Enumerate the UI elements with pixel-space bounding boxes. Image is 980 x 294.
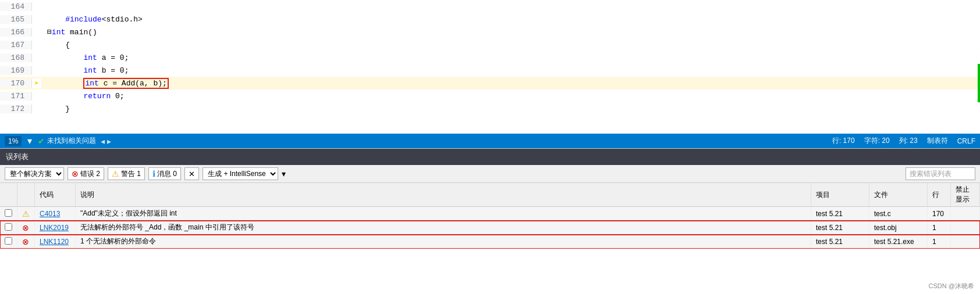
- row-type-icon: ⊗: [17, 235, 35, 249]
- line-content[interactable]: int c = Add(a, b);: [41, 79, 980, 88]
- line-info: 行: 170: [832, 136, 855, 146]
- nav-arrows[interactable]: ◂ ▸: [101, 137, 111, 146]
- col-project-header: 项目: [811, 183, 869, 207]
- line-content[interactable]: int b = 0;: [41, 66, 980, 75]
- line-number: 166: [0, 28, 32, 37]
- line-number: 169: [0, 66, 32, 75]
- error-count-button[interactable]: ⊗ 错误 2: [68, 167, 104, 180]
- code-line: 172 }: [0, 102, 980, 115]
- error-project: test 5.21: [811, 235, 869, 249]
- line-number: 165: [0, 15, 32, 24]
- code-line: 170➤ int c = Add(a, b);: [0, 77, 980, 89]
- error-code[interactable]: C4013: [35, 207, 76, 221]
- code-line: 166⊟int main(): [0, 26, 980, 38]
- zoom-level[interactable]: 1%: [5, 136, 22, 146]
- row-type-icon: ⊗: [17, 221, 35, 235]
- error-file: test.obj: [869, 221, 928, 235]
- info-icon: ℹ: [152, 169, 155, 178]
- warning-icon: ⚠: [22, 209, 30, 218]
- info-count-label: 消息 0: [157, 169, 177, 179]
- line-ending: CRLF: [957, 137, 975, 145]
- error-count-label: 错误 2: [80, 169, 100, 179]
- line-content[interactable]: return 0;: [41, 92, 980, 101]
- col-code-header: 代码: [35, 183, 76, 207]
- error-line: 170: [928, 207, 951, 221]
- code-line: 164: [0, 0, 980, 13]
- warning-count-label: 警告 1: [121, 169, 141, 179]
- line-indicator: ➤: [32, 78, 41, 88]
- warning-count-button[interactable]: ⚠ 警告 1: [108, 167, 145, 180]
- error-icon: ⊗: [22, 223, 29, 232]
- table-row[interactable]: ⊗LNK2019无法解析的外部符号 _Add，函数 _main 中引用了该符号t…: [0, 221, 980, 235]
- table-row[interactable]: ⊗LNK11201 个无法解析的外部命令test 5.21test 5.21.e…: [0, 235, 980, 249]
- filter-button[interactable]: ✕: [184, 167, 199, 180]
- error-description: "Add"未定义；假设外部返回 int: [76, 207, 811, 221]
- filter-icon: ✕: [189, 170, 195, 178]
- line-content[interactable]: }: [41, 105, 980, 113]
- error-toolbar: 整个解决方案 ⊗ 错误 2 ⚠ 警告 1 ℹ 消息 0 ✕ 生成 + Intel…: [0, 165, 980, 183]
- error-suppress: [951, 221, 980, 235]
- code-line: 168 int a = 0;: [0, 51, 980, 64]
- line-content[interactable]: ⊟int main(): [41, 27, 980, 37]
- col-check-header: [0, 183, 17, 207]
- table-row[interactable]: ⚠C4013"Add"未定义；假设外部返回 inttest 5.21test.c…: [0, 207, 980, 221]
- build-dropdown-arrow[interactable]: ▾: [282, 169, 286, 178]
- col-file-header: 文件: [869, 183, 928, 207]
- line-content[interactable]: int a = 0;: [41, 53, 980, 62]
- code-line: 167 {: [0, 38, 980, 51]
- error-panel: 误列表 整个解决方案 ⊗ 错误 2 ⚠ 警告 1 ℹ 消息 0 ✕ 生成 + I…: [0, 148, 980, 249]
- row-type-icon: ⚠: [17, 207, 35, 221]
- error-line: 1: [928, 235, 951, 249]
- code-line: 169 int b = 0;: [0, 64, 980, 77]
- error-icon: ⊗: [22, 237, 29, 246]
- line-number: 170: [0, 79, 32, 88]
- warning-icon: ⚠: [112, 169, 119, 178]
- char-info: 字符: 20: [864, 136, 890, 146]
- line-content[interactable]: #include<stdio.h>: [41, 15, 980, 24]
- code-editor: 164165 #include<stdio.h>166⊟int main()16…: [0, 0, 980, 134]
- error-line: 1: [928, 221, 951, 235]
- build-select[interactable]: 生成 + IntelliSense: [203, 167, 278, 180]
- col-suppress-header: 禁止显示: [951, 183, 980, 207]
- error-panel-header: 误列表: [0, 149, 980, 165]
- row-checkbox[interactable]: [0, 207, 17, 221]
- col-icon-header: [17, 183, 35, 207]
- error-file: test 5.21.exe: [869, 235, 928, 249]
- error-panel-title: 误列表: [6, 152, 29, 161]
- error-project: test 5.21: [811, 207, 869, 221]
- line-number: 167: [0, 41, 32, 49]
- table-header-row: 代码 说明 项目 文件 行 禁止显示: [0, 183, 980, 207]
- line-content[interactable]: {: [41, 41, 980, 49]
- tab-mode: 制表符: [927, 136, 948, 146]
- row-checkbox[interactable]: [0, 221, 17, 235]
- error-description: 1 个无法解析的外部命令: [76, 235, 811, 249]
- error-suppress: [951, 235, 980, 249]
- error-description: 无法解析的外部符号 _Add，函数 _main 中引用了该符号: [76, 221, 811, 235]
- code-line: 171 return 0;: [0, 89, 980, 102]
- line-number: 171: [0, 92, 32, 101]
- code-line: 165 #include<stdio.h>: [0, 13, 980, 26]
- error-suppress: [951, 207, 980, 221]
- line-number: 172: [0, 105, 32, 113]
- error-code[interactable]: LNK1120: [35, 235, 76, 249]
- check-icon: ✔: [38, 137, 45, 146]
- error-file: test.c: [869, 207, 928, 221]
- error-table-container: 代码 说明 项目 文件 行 禁止显示: [0, 183, 980, 249]
- col-desc-header: 说明: [76, 183, 811, 207]
- status-bar: 1% ▾ ✔ 未找到相关问题 ◂ ▸ 行: 170 字符: 20 列: 23 制…: [0, 134, 980, 148]
- scope-select[interactable]: 整个解决方案: [5, 167, 64, 180]
- line-number: 164: [0, 2, 32, 11]
- search-placeholder: 搜索错误列表: [910, 170, 951, 178]
- info-count-button[interactable]: ℹ 消息 0: [148, 167, 181, 180]
- error-table: 代码 说明 项目 文件 行 禁止显示: [0, 183, 980, 249]
- error-project: test 5.21: [811, 221, 869, 235]
- search-errors-input[interactable]: 搜索错误列表: [906, 167, 975, 180]
- error-code[interactable]: LNK2019: [35, 221, 76, 235]
- col-info: 列: 23: [899, 136, 918, 146]
- row-checkbox[interactable]: [0, 235, 17, 249]
- line-number: 168: [0, 53, 32, 62]
- no-issues-text: 未找到相关问题: [47, 136, 96, 146]
- error-icon: ⊗: [72, 169, 79, 178]
- col-line-header: 行: [928, 183, 951, 207]
